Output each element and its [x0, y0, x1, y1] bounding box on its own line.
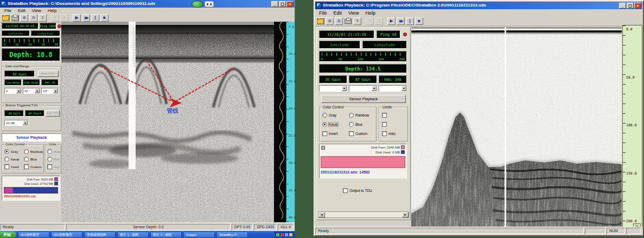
disk-used-label: Disk Used: 27742 MB: [24, 182, 58, 185]
pause-button[interactable]: ∥: [91, 14, 99, 22]
zoom-out-button[interactable]: ⊖: [29, 14, 37, 22]
maximize-button[interactable]: ▢: [279, 1, 286, 7]
radio-rainbow[interactable]: Rainbow: [24, 149, 43, 154]
upload2-button[interactable]: ↑: [375, 17, 383, 25]
upload-button[interactable]: ↑: [366, 17, 374, 25]
rng-combo[interactable]: Off▼: [41, 88, 59, 94]
rng-combo[interactable]: ▼: [379, 85, 407, 92]
taskbar-item-2[interactable]: 002资料整理: [51, 231, 82, 238]
play-button[interactable]: ▶: [73, 14, 81, 22]
help-button[interactable]: ?: [353, 17, 361, 25]
radio-kauai[interactable]: Kauai: [322, 122, 338, 127]
radio-gray[interactable]: Gray: [322, 113, 336, 118]
status-gll: GLL 4: [278, 224, 294, 230]
taskbar-item-3[interactable]: 管线探测资料: [84, 231, 116, 238]
horizontal-scrollbar[interactable]: ◄ ►: [318, 211, 409, 218]
tvg-combo[interactable]: 20 dB▼: [4, 120, 28, 126]
high-range-combo[interactable]: 40▼: [23, 88, 40, 94]
menu-view[interactable]: View: [346, 10, 361, 16]
radio-meters[interactable]: Meters: [47, 149, 62, 154]
menu-help[interactable]: Help: [45, 8, 59, 13]
open-file-button[interactable]: [2, 14, 10, 22]
check-misc[interactable]: misc: [47, 164, 59, 169]
menu-edit[interactable]: Edit: [331, 10, 345, 16]
menu-file[interactable]: File: [316, 10, 330, 16]
print-button[interactable]: [11, 14, 19, 22]
color-control-group: Color Control Gray Rainbow Kauai Blue In…: [319, 107, 377, 141]
status-num: NUM: [607, 228, 625, 234]
radio-blue[interactable]: Blue: [349, 122, 362, 127]
close-button[interactable]: ×: [634, 3, 641, 9]
taskbar-item-5[interactable]: 照片 2 - 画图: [150, 231, 182, 238]
range-ruler: 060120180240: [319, 51, 407, 62]
right-titlebar[interactable]: StrataBox Playback: C:\Program Files\ODE…: [315, 2, 642, 9]
check-custom[interactable]: Custom: [24, 164, 42, 169]
right-window: StrataBox Playback: C:\Program Files\ODE…: [314, 0, 644, 236]
radio-kauai[interactable]: Kauai: [4, 157, 19, 162]
radio-rainbow[interactable]: Rainbow: [349, 113, 369, 118]
radio-gray[interactable]: Gray: [4, 149, 18, 154]
left-sidebar: 11/3/02 08:45:05 Ping 1008 Latitude Long…: [1, 23, 61, 223]
check-invert[interactable]: Invert: [4, 164, 19, 169]
minimize-button[interactable]: _: [619, 3, 626, 9]
help-button[interactable]: ?: [39, 14, 47, 22]
limits-check-1[interactable]: [382, 113, 388, 118]
menu-view[interactable]: View: [29, 8, 44, 13]
ping-marker-line: [505, 27, 506, 229]
output-tdu-checkbox[interactable]: Output to TDU: [343, 188, 372, 193]
minimize-button[interactable]: _: [271, 1, 278, 7]
check-custom[interactable]: Custom: [349, 131, 367, 136]
sensor-playback-banner[interactable]: Sensor Playback: [2, 133, 61, 141]
rng-display: RNG: 240: [379, 75, 407, 83]
check-invert[interactable]: Invert: [322, 131, 337, 136]
taskbar-item-1[interactable]: 001资料整理: [18, 231, 49, 238]
folder-icon: [2, 15, 9, 21]
zoom-in-button[interactable]: ⊕: [326, 17, 334, 25]
start-button[interactable]: 开始: [0, 231, 16, 238]
upload2-button[interactable]: ↑: [60, 14, 68, 22]
fast-forward-button[interactable]: ▶▶: [397, 17, 405, 25]
auto-tvg-button[interactable]: Auto TVG: [46, 110, 60, 117]
camera-button[interactable]: [344, 17, 352, 25]
right-menubar: File Edit View Help: [315, 9, 643, 17]
taskbar-item-6[interactable]: Images: [183, 231, 215, 238]
open-file-button[interactable]: [316, 17, 324, 25]
zoom-out-button[interactable]: ⊖: [335, 17, 343, 25]
taskbar-item-4[interactable]: 照片 1 - 画图: [117, 231, 149, 238]
menu-file[interactable]: File: [2, 8, 14, 13]
menu-help[interactable]: Help: [362, 10, 378, 16]
low-range-combo[interactable]: 0▼: [4, 88, 22, 94]
zoom-in-button[interactable]: ⊕: [20, 14, 28, 22]
stop-button[interactable]: ■: [415, 17, 423, 25]
radio-feet[interactable]: Feet: [47, 157, 59, 162]
system-tray[interactable]: [273, 231, 295, 238]
depth-display: Depth: 10.8: [2, 48, 60, 61]
range-ruler: 010203040: [2, 37, 60, 47]
taskbar-item-7[interactable]: StrataBox P...: [216, 231, 248, 238]
svg-text:|||||||||||||||||||||||||: |||||||||||||||||||||||||: [132, 27, 136, 68]
dc-gain-combo[interactable]: ▼: [319, 85, 347, 92]
tvg-gain-display: 40 Gain: [4, 110, 24, 117]
close-button[interactable]: ×: [286, 1, 294, 7]
left-titlebar[interactable]: StrataBox Playback: C:\Documents and Set…: [0, 0, 295, 8]
record-led: [403, 33, 407, 36]
status-ready: Ready: [0, 224, 65, 230]
menu-edit[interactable]: Edit: [15, 8, 28, 13]
auto-rng-button[interactable]: Auto RNG: [38, 70, 59, 77]
stop-button[interactable]: ■: [100, 14, 109, 22]
fast-forward-button[interactable]: ▶▶: [82, 14, 90, 22]
pipeline-annotation-label: 管线: [166, 107, 178, 114]
scroll-right-button[interactable]: ►: [402, 212, 409, 217]
sensor-playback-tab[interactable]: Sensor Playback: [321, 95, 406, 103]
pause-button[interactable]: ∥: [406, 17, 414, 25]
radio-blue[interactable]: Blue: [24, 157, 37, 162]
limits-check-2[interactable]: [382, 122, 388, 127]
play-button[interactable]: ▶: [387, 17, 396, 25]
maximize-button[interactable]: ▢: [627, 3, 634, 9]
scroll-left-button[interactable]: ◄: [318, 212, 325, 217]
bt-gain-combo[interactable]: ▼: [349, 85, 377, 92]
upload-button[interactable]: ↑: [51, 14, 59, 22]
left-sonar-display: ||||||||||||||||||||||||| 管线: [61, 22, 274, 222]
disk-panel: Disk Free: 5000 MB Disk Used: 27742 MB 2…: [2, 176, 60, 201]
check-misc[interactable]: misc: [382, 131, 396, 136]
